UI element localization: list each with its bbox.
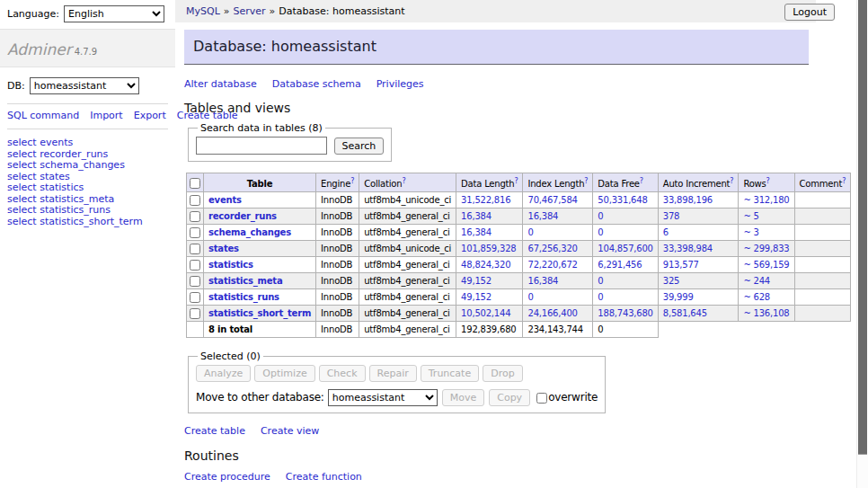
- index-length-link[interactable]: 72,220,672: [527, 260, 577, 270]
- rows-link[interactable]: ~ 569,159: [743, 260, 789, 270]
- data-length-link[interactable]: 10,502,144: [461, 308, 510, 318]
- rows-link[interactable]: ~ 244: [743, 276, 770, 286]
- breadcrumb-server-link[interactable]: Server: [234, 5, 266, 17]
- index-length-link[interactable]: 0: [527, 292, 533, 302]
- table-name-link[interactable]: statistics_short_term: [208, 308, 311, 318]
- table-name-link[interactable]: statistics_runs: [208, 292, 279, 302]
- overwrite-checkbox[interactable]: [536, 393, 547, 404]
- sidebar-table-link[interactable]: select statistics: [7, 182, 168, 194]
- auto-increment-link[interactable]: 33,398,984: [663, 244, 713, 253]
- row-checkbox[interactable]: [190, 227, 200, 238]
- data-length-link[interactable]: 49,152: [461, 292, 492, 302]
- routine-create-link[interactable]: Create function: [286, 471, 362, 483]
- rows-link[interactable]: ~ 5: [743, 211, 758, 221]
- sidebar-action-link[interactable]: Import: [90, 110, 123, 121]
- sidebar-table-link[interactable]: select statistics_short_term: [7, 217, 168, 228]
- index-length-link[interactable]: 67,256,320: [527, 244, 577, 253]
- data-free-link[interactable]: 0: [598, 211, 603, 221]
- index-length-link[interactable]: 70,467,584: [527, 195, 577, 205]
- rows-link[interactable]: ~ 299,833: [743, 244, 789, 253]
- auto-increment-link[interactable]: 39,999: [663, 292, 694, 302]
- column-help-link[interactable]: ?: [766, 177, 770, 185]
- create-link[interactable]: Create table: [184, 425, 245, 437]
- bulk-action-button[interactable]: Repair: [369, 365, 417, 382]
- data-free-link[interactable]: 0: [598, 227, 603, 237]
- table-name-link[interactable]: schema_changes: [208, 227, 291, 237]
- sidebar-table-link[interactable]: select events: [7, 138, 168, 149]
- data-length-link[interactable]: 16,384: [461, 227, 492, 237]
- copy-button[interactable]: Copy: [489, 389, 530, 406]
- rows-link[interactable]: ~ 136,108: [743, 308, 789, 318]
- rows-link[interactable]: ~ 628: [743, 292, 770, 302]
- column-help-link[interactable]: ?: [584, 177, 588, 185]
- create-link[interactable]: Create view: [261, 425, 319, 437]
- column-help-link[interactable]: ?: [842, 177, 846, 185]
- row-checkbox[interactable]: [190, 292, 200, 303]
- db-select[interactable]: homeassistant: [30, 77, 139, 94]
- data-free-link[interactable]: 104,857,600: [598, 244, 652, 253]
- auto-increment-link[interactable]: 8,581,645: [663, 308, 707, 318]
- sidebar-table-link[interactable]: select statistics_runs: [7, 205, 168, 217]
- column-help-link[interactable]: ?: [640, 177, 643, 185]
- row-checkbox[interactable]: [190, 244, 200, 254]
- auto-increment-link[interactable]: 325: [663, 276, 680, 286]
- data-free-link[interactable]: 188,743,680: [598, 308, 652, 318]
- bulk-action-button[interactable]: Analyze: [196, 365, 251, 382]
- rows-link[interactable]: ~ 312,180: [743, 195, 789, 205]
- data-free-link[interactable]: 0: [598, 276, 603, 286]
- table-name-link[interactable]: events: [208, 195, 242, 205]
- index-length-link[interactable]: 16,384: [527, 211, 558, 221]
- select-all-checkbox[interactable]: [190, 178, 200, 189]
- bulk-action-button[interactable]: Check: [319, 365, 366, 382]
- data-length-link[interactable]: 16,384: [461, 211, 492, 221]
- column-help-link[interactable]: ?: [350, 177, 354, 185]
- data-free-link[interactable]: 6,291,456: [598, 260, 642, 270]
- row-checkbox[interactable]: [190, 195, 200, 206]
- bulk-action-button[interactable]: Optimize: [254, 365, 314, 382]
- table-name-link[interactable]: statistics_meta: [208, 276, 282, 286]
- data-free-link[interactable]: 50,331,648: [598, 195, 647, 205]
- data-length-link[interactable]: 101,859,328: [461, 244, 516, 253]
- search-input[interactable]: [196, 137, 327, 155]
- column-help-link[interactable]: ?: [402, 177, 405, 185]
- database-action-link[interactable]: Privileges: [376, 78, 424, 90]
- scrollbar-thumb[interactable]: [858, 0, 867, 455]
- auto-increment-link[interactable]: 33,898,196: [663, 195, 713, 205]
- data-free-link[interactable]: 0: [598, 292, 603, 302]
- column-help-link[interactable]: ?: [514, 177, 518, 185]
- breadcrumb-server-type-link[interactable]: MySQL: [186, 5, 220, 17]
- sidebar-action-link[interactable]: Export: [134, 110, 166, 121]
- index-length-link[interactable]: 0: [527, 227, 533, 237]
- column-help-link[interactable]: ?: [730, 177, 733, 185]
- row-checkbox[interactable]: [190, 260, 200, 271]
- sidebar-table-link[interactable]: select schema_changes: [7, 160, 168, 172]
- language-select[interactable]: English: [64, 5, 164, 22]
- search-button[interactable]: Search: [334, 138, 385, 155]
- table-name-link[interactable]: states: [208, 244, 239, 253]
- app-name[interactable]: Adminer: [7, 40, 72, 58]
- data-length-link[interactable]: 48,824,320: [461, 260, 510, 270]
- vertical-scrollbar[interactable]: [856, 0, 868, 488]
- data-length-link[interactable]: 31,522,816: [461, 195, 510, 205]
- rows-link[interactable]: ~ 3: [743, 227, 758, 237]
- bulk-action-button[interactable]: Truncate: [421, 365, 479, 382]
- index-length-link[interactable]: 16,384: [527, 276, 558, 286]
- move-button[interactable]: Move: [442, 389, 485, 406]
- logout-button[interactable]: Logout: [784, 4, 835, 21]
- bulk-action-button[interactable]: Drop: [483, 365, 522, 382]
- overwrite-option[interactable]: overwrite: [536, 391, 598, 404]
- data-length-link[interactable]: 49,152: [461, 276, 492, 286]
- auto-increment-link[interactable]: 378: [663, 211, 680, 221]
- move-database-select[interactable]: homeassistant: [328, 389, 438, 406]
- row-checkbox[interactable]: [190, 308, 200, 319]
- row-checkbox[interactable]: [190, 211, 200, 222]
- auto-increment-link[interactable]: 913,577: [663, 260, 699, 270]
- auto-increment-link[interactable]: 6: [663, 227, 669, 237]
- routine-create-link[interactable]: Create procedure: [184, 471, 270, 483]
- table-name-link[interactable]: statistics: [208, 260, 253, 270]
- database-action-link[interactable]: Alter database: [184, 78, 257, 90]
- table-name-link[interactable]: recorder_runs: [208, 211, 277, 221]
- row-checkbox[interactable]: [190, 276, 200, 287]
- index-length-link[interactable]: 24,166,400: [527, 308, 577, 318]
- sidebar-action-link[interactable]: SQL command: [7, 110, 79, 121]
